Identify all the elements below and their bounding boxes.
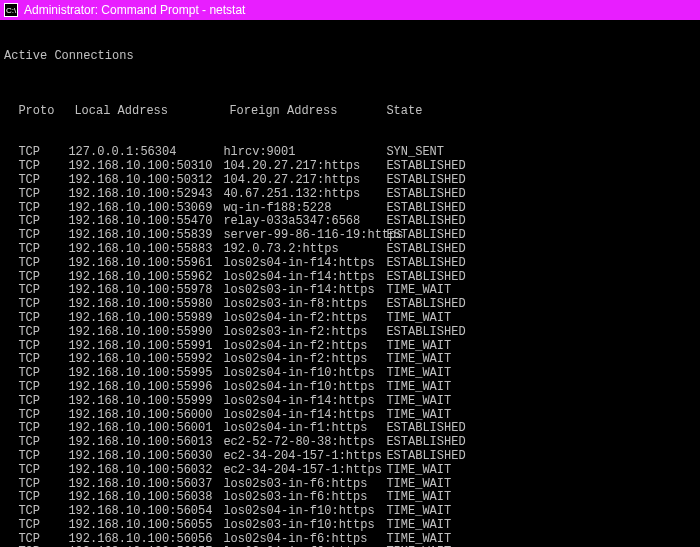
col-foreign: Foreign Address xyxy=(229,105,386,119)
state-cell: ESTABLISHED xyxy=(386,202,465,216)
state-cell: TIME_WAIT xyxy=(386,505,451,519)
proto-cell: TCP xyxy=(18,436,68,450)
connection-row: TCP192.168.10.100:55839server-99-86-116-… xyxy=(4,229,696,243)
foreign-address-cell: los02s04-in-f14:https xyxy=(223,257,386,271)
state-cell: ESTABLISHED xyxy=(386,188,465,202)
connection-row: TCP192.168.10.100:50310104.20.27.217:htt… xyxy=(4,160,696,174)
state-cell: TIME_WAIT xyxy=(386,409,451,423)
state-cell: ESTABLISHED xyxy=(386,243,465,257)
proto-cell: TCP xyxy=(18,409,68,423)
connection-row: TCP192.168.10.100:55470relay-033a5347:65… xyxy=(4,215,696,229)
connection-row: TCP192.168.10.100:56013ec2-52-72-80-38:h… xyxy=(4,436,696,450)
foreign-address-cell: los02s04-in-f14:https xyxy=(223,409,386,423)
local-address-cell: 192.168.10.100:55996 xyxy=(68,381,223,395)
connection-row: TCP192.168.10.100:55883192.0.73.2:httpsE… xyxy=(4,243,696,257)
local-address-cell: 192.168.10.100:55989 xyxy=(68,312,223,326)
local-address-cell: 192.168.10.100:55839 xyxy=(68,229,223,243)
proto-cell: TCP xyxy=(18,340,68,354)
foreign-address-cell: 40.67.251.132:https xyxy=(223,188,386,202)
state-cell: TIME_WAIT xyxy=(386,464,451,478)
proto-cell: TCP xyxy=(18,367,68,381)
proto-cell: TCP xyxy=(18,395,68,409)
proto-cell: TCP xyxy=(18,422,68,436)
terminal-output[interactable]: Active Connections ProtoLocal AddressFor… xyxy=(0,20,700,547)
proto-cell: TCP xyxy=(18,284,68,298)
local-address-cell: 192.168.10.100:56030 xyxy=(68,450,223,464)
foreign-address-cell: los02s03-in-f2:https xyxy=(223,326,386,340)
foreign-address-cell: 192.0.73.2:https xyxy=(223,243,386,257)
connection-row: TCP192.168.10.100:56030ec2-34-204-157-1:… xyxy=(4,450,696,464)
foreign-address-cell: ec2-52-72-80-38:https xyxy=(223,436,386,450)
connection-row: TCP192.168.10.100:56056los02s04-in-f6:ht… xyxy=(4,533,696,547)
state-cell: ESTABLISHED xyxy=(386,422,465,436)
local-address-cell: 192.168.10.100:55999 xyxy=(68,395,223,409)
connection-row: TCP192.168.10.100:56055los02s03-in-f10:h… xyxy=(4,519,696,533)
local-address-cell: 192.168.10.100:55883 xyxy=(68,243,223,257)
foreign-address-cell: los02s04-in-f14:https xyxy=(223,271,386,285)
foreign-address-cell: los02s04-in-f10:https xyxy=(223,367,386,381)
local-address-cell: 192.168.10.100:56056 xyxy=(68,533,223,547)
foreign-address-cell: ec2-34-204-157-1:https xyxy=(223,450,386,464)
state-cell: ESTABLISHED xyxy=(386,215,465,229)
proto-cell: TCP xyxy=(18,298,68,312)
connection-row: TCP192.168.10.100:53069wq-in-f188:5228ES… xyxy=(4,202,696,216)
state-cell: TIME_WAIT xyxy=(386,478,451,492)
local-address-cell: 192.168.10.100:56038 xyxy=(68,491,223,505)
state-cell: TIME_WAIT xyxy=(386,312,451,326)
foreign-address-cell: 104.20.27.217:https xyxy=(223,174,386,188)
local-address-cell: 192.168.10.100:55962 xyxy=(68,271,223,285)
foreign-address-cell: server-99-86-116-19:https xyxy=(223,229,386,243)
foreign-address-cell: los02s04-in-f6:https xyxy=(223,533,386,547)
connection-row: TCP192.168.10.100:55990los02s03-in-f2:ht… xyxy=(4,326,696,340)
local-address-cell: 192.168.10.100:56054 xyxy=(68,505,223,519)
proto-cell: TCP xyxy=(18,491,68,505)
state-cell: ESTABLISHED xyxy=(386,229,465,243)
local-address-cell: 192.168.10.100:50310 xyxy=(68,160,223,174)
title-bar[interactable]: C:\ Administrator: Command Prompt - nets… xyxy=(0,0,700,20)
proto-cell: TCP xyxy=(18,188,68,202)
state-cell: TIME_WAIT xyxy=(386,519,451,533)
local-address-cell: 192.168.10.100:55980 xyxy=(68,298,223,312)
state-cell: TIME_WAIT xyxy=(386,491,451,505)
foreign-address-cell: los02s03-in-f10:https xyxy=(223,519,386,533)
proto-cell: TCP xyxy=(18,533,68,547)
state-cell: TIME_WAIT xyxy=(386,533,451,547)
state-cell: TIME_WAIT xyxy=(386,381,451,395)
column-headers: ProtoLocal AddressForeign AddressState xyxy=(4,105,696,119)
state-cell: SYN_SENT xyxy=(386,146,444,160)
local-address-cell: 127.0.0.1:56304 xyxy=(68,146,223,160)
foreign-address-cell: los02s04-in-f10:https xyxy=(223,505,386,519)
proto-cell: TCP xyxy=(18,215,68,229)
proto-cell: TCP xyxy=(18,174,68,188)
foreign-address-cell: relay-033a5347:6568 xyxy=(223,215,386,229)
foreign-address-cell: los02s04-in-f10:https xyxy=(223,381,386,395)
local-address-cell: 192.168.10.100:56055 xyxy=(68,519,223,533)
local-address-cell: 192.168.10.100:56013 xyxy=(68,436,223,450)
local-address-cell: 192.168.10.100:55990 xyxy=(68,326,223,340)
local-address-cell: 192.168.10.100:56037 xyxy=(68,478,223,492)
local-address-cell: 192.168.10.100:55961 xyxy=(68,257,223,271)
connection-row: TCP192.168.10.100:50312104.20.27.217:htt… xyxy=(4,174,696,188)
connection-row: TCP192.168.10.100:56038los02s03-in-f6:ht… xyxy=(4,491,696,505)
local-address-cell: 192.168.10.100:50312 xyxy=(68,174,223,188)
state-cell: TIME_WAIT xyxy=(386,340,451,354)
proto-cell: TCP xyxy=(18,229,68,243)
connection-row: TCP192.168.10.100:55991los02s04-in-f2:ht… xyxy=(4,340,696,354)
connection-row: TCP192.168.10.100:55962los02s04-in-f14:h… xyxy=(4,271,696,285)
foreign-address-cell: los02s04-in-f2:https xyxy=(223,353,386,367)
local-address-cell: 192.168.10.100:52943 xyxy=(68,188,223,202)
foreign-address-cell: los02s04-in-f2:https xyxy=(223,312,386,326)
connection-row: TCP192.168.10.100:5294340.67.251.132:htt… xyxy=(4,188,696,202)
connections-heading: Active Connections xyxy=(4,50,696,64)
local-address-cell: 192.168.10.100:56000 xyxy=(68,409,223,423)
foreign-address-cell: hlrcv:9001 xyxy=(223,146,386,160)
foreign-address-cell: los02s03-in-f14:https xyxy=(223,284,386,298)
col-state: State xyxy=(386,104,422,118)
foreign-address-cell: ec2-34-204-157-1:https xyxy=(223,464,386,478)
foreign-address-cell: los02s04-in-f14:https xyxy=(223,395,386,409)
local-address-cell: 192.168.10.100:56032 xyxy=(68,464,223,478)
proto-cell: TCP xyxy=(18,353,68,367)
proto-cell: TCP xyxy=(18,450,68,464)
state-cell: ESTABLISHED xyxy=(386,257,465,271)
foreign-address-cell: los02s04-in-f2:https xyxy=(223,340,386,354)
